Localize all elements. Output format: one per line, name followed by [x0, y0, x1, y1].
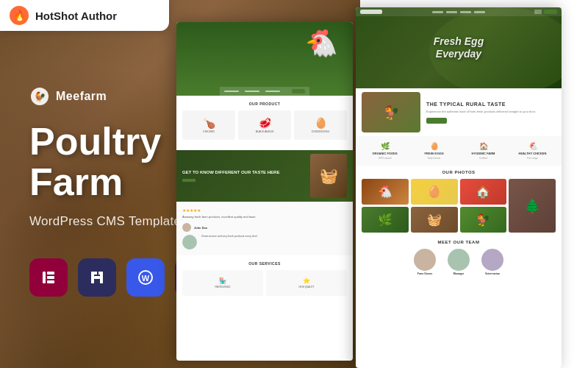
ml-taste-section: GET TO KNOW DIFFERENT OUR TASTE HERE 🧺: [176, 150, 353, 202]
svg-rect-7: [47, 280, 54, 283]
mr-features-row: 🌿 ORGANIC FOODS 100% natural 🥚 FRESH EGG…: [356, 136, 562, 166]
mr-feature-desc2: Daily harvest: [428, 157, 440, 160]
mr-team-member3: Veterinarian: [478, 249, 507, 275]
mr-feature-title1: ORGANIC FOODS: [372, 152, 397, 155]
uf-icon: [78, 258, 116, 297]
title-line1: Poultry: [29, 120, 161, 163]
meefarm-label: Meefarm: [56, 90, 107, 103]
mr-nav-logo: [360, 10, 382, 14]
mr-feature-title3: HYGIENIC FARM: [472, 152, 495, 155]
mr-team-name1: Farm Owner: [410, 272, 440, 275]
wordpress-icon: W: [126, 258, 165, 297]
mr-typical-btn: [426, 118, 447, 124]
mr-hero-title: Fresh Egg Everyday: [434, 35, 484, 60]
ml-testimonial2: Great service and very fresh products ev…: [182, 235, 347, 250]
mr-typical-section: 🐓 THE TYPICAL RURAL TASTE Experience the…: [356, 88, 562, 136]
topbar: 🔥 HotShot Author: [0, 0, 169, 31]
mr-photo-1: 🐔: [362, 179, 409, 205]
mr-feature-icon3: 🏠: [479, 142, 488, 150]
svg-rect-5: [47, 272, 54, 275]
mr-nav-links: [387, 11, 530, 13]
mr-photo-5: 🌿: [362, 207, 409, 233]
svg-rect-4: [43, 272, 46, 283]
svg-text:W: W: [142, 274, 150, 283]
ml-testimonial-text: Amazing fresh farm products, excellent q…: [182, 215, 347, 219]
title-line2: Farm: [29, 160, 123, 203]
mr-feature-icon1: 🌿: [381, 142, 390, 150]
ml-service-icon1: 🏪: [219, 277, 226, 284]
ml-avatar: [182, 223, 191, 232]
ml-taste-btn: [182, 179, 196, 182]
mr-team-avatar2: [448, 249, 470, 271]
mr-feature-chicken: 🐔 HEALTHY CHICKEN Free range: [509, 139, 556, 163]
brand-name: HotShot Author: [35, 10, 117, 22]
ml-nav-item2: [245, 91, 259, 92]
elementor-icon: [29, 258, 68, 297]
mr-nav-cart: [534, 10, 542, 14]
meefarm-icon: 🐓: [29, 86, 50, 107]
mockup-left-page: OUR PRODUCT 🍗 CHICKEN 🥩 BLACK ANGUS 🥚 CH…: [176, 22, 353, 361]
mr-typical-title: THE TYPICAL RURAL TASTE: [426, 102, 556, 107]
mr-feature-eggs: 🥚 FRESH EGGS Daily harvest: [411, 139, 457, 163]
mr-hero-nav: [356, 7, 562, 16]
mr-feature-icon4: 🐔: [528, 142, 537, 150]
hotshot-logo-icon: 🔥: [9, 5, 29, 26]
mr-photo-4: 🌲: [509, 179, 556, 233]
ml-product-chicken: 🍗 CHICKEN: [182, 110, 235, 140]
mr-team-name2: Manager: [444, 272, 473, 275]
mr-typical-desc: Experience the authentic taste of farm-f…: [426, 110, 556, 114]
mr-team-avatar1: [414, 249, 436, 271]
ml-hero-section: [176, 22, 353, 96]
mockup-right-page: Fresh Egg Everyday 🐓 THE TYPICAL RURAL T…: [356, 7, 562, 368]
ml-service-pasteurized: 🏪 PASTEURIZED: [182, 270, 263, 296]
mr-nav-actions: [534, 10, 557, 14]
beef-label: BLACK ANGUS: [256, 130, 274, 133]
mr-team-avatar3: [481, 249, 503, 271]
mr-typical-text: THE TYPICAL RURAL TASTE Experience the a…: [426, 102, 556, 124]
ml-nav-item3: [265, 91, 280, 92]
ml-services-title: OUR SERVICES: [182, 261, 347, 266]
mr-feature-title2: FRESH EGGS: [424, 152, 443, 155]
ml-avatar2: [182, 235, 197, 250]
svg-text:🐓: 🐓: [34, 91, 46, 103]
mr-feature-organic: 🌿 ORGANIC FOODS 100% natural: [362, 139, 408, 163]
ml-author-name: John Doe: [194, 226, 207, 230]
ml-testimonial2-text: Great service and very fresh products ev…: [201, 235, 347, 238]
ml-nav-item1: [224, 91, 239, 92]
mr-feature-desc1: 100% natural: [379, 157, 392, 160]
ml-taste-text: GET TO KNOW DIFFERENT OUR TASTE HERE: [182, 170, 304, 182]
ml-product-title: OUR PRODUCT: [182, 102, 347, 106]
mr-photo-7: 🐓: [460, 207, 507, 233]
svg-text:🔥: 🔥: [13, 10, 26, 22]
mr-feature-title4: HEALTHY CHICKEN: [519, 152, 547, 155]
mr-hero-line2: Everyday: [436, 48, 481, 60]
mr-nav-cta: [544, 10, 557, 14]
mr-nav-link3: [460, 11, 471, 13]
ml-product-beef: 🥩 BLACK ANGUS: [238, 110, 291, 140]
ml-services-section: OUR SERVICES 🏪 PASTEURIZED ⭐ HIGH QUALIT…: [176, 255, 353, 302]
svg-rect-6: [47, 276, 54, 279]
mr-photos-section: OUR PHOTOS 🐔 🥚 🏠 🌲 🌿 🧺 🐓: [356, 166, 562, 237]
mr-team-row: Farm Owner Manager Veterinarian: [362, 249, 556, 275]
mr-photos-grid: 🐔 🥚 🏠 🌲 🌿 🧺 🐓: [362, 179, 556, 233]
mr-nav-link1: [432, 11, 443, 13]
mr-team-title: MEET OUR TEAM: [362, 240, 556, 244]
ml-testimonial-author: John Doe: [182, 223, 347, 232]
ml-nav-btn: [292, 89, 305, 93]
mr-hero-line1: Fresh Egg: [434, 35, 484, 47]
ml-nav: [220, 87, 309, 96]
mr-nav-link2: [446, 11, 457, 13]
ml-taste-title: GET TO KNOW DIFFERENT OUR TASTE HERE: [182, 170, 304, 176]
svg-rect-8: [94, 276, 100, 279]
beef-emoji: 🥩: [259, 117, 271, 129]
ml-testimonial-section: ★★★★★ Amazing fresh farm products, excel…: [176, 202, 353, 255]
mr-feature-desc3: Certified: [479, 157, 487, 160]
ml-product-row: 🍗 CHICKEN 🥩 BLACK ANGUS 🥚 CHICKEN EGG: [182, 110, 347, 140]
ml-stars: ★★★★★: [182, 208, 347, 213]
mr-hero-section: Fresh Egg Everyday: [356, 7, 562, 88]
ml-service-quality: ⭐ HIGH QUALITY: [266, 270, 347, 296]
egg-emoji: 🥚: [315, 117, 327, 129]
ml-service-label2: HIGH QUALITY: [298, 286, 314, 289]
ml-product-section: OUR PRODUCT 🍗 CHICKEN 🥩 BLACK ANGUS 🥚 CH…: [176, 96, 353, 150]
mr-team-member1: Farm Owner: [410, 249, 440, 275]
